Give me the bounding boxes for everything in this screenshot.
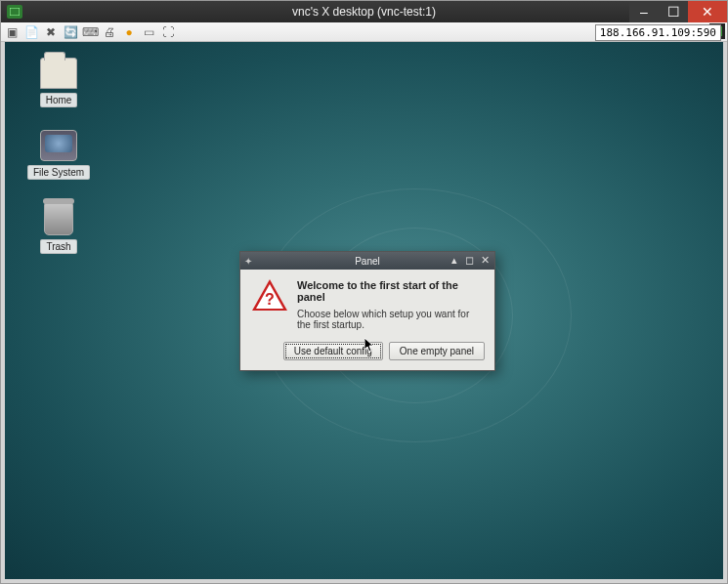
vnc-viewer-window: vnc's X desktop (vnc-test:1) – ☐ ✕ ▣ 📄 ✖… bbox=[0, 0, 728, 584]
question-warning-icon: ? bbox=[252, 279, 287, 314]
options-icon[interactable]: 📄 bbox=[22, 23, 40, 41]
dialog-titlebar[interactable]: ✦ Panel ▴ ◻ ✕ bbox=[240, 252, 494, 270]
remote-desktop[interactable]: Home File System Trash ✦ Panel ▴ ◻ ✕ bbox=[5, 42, 723, 579]
dialog-body: ? Welcome to the first start of the pane… bbox=[240, 270, 494, 336]
folder-icon bbox=[40, 58, 77, 89]
desktop-icon-home[interactable]: Home bbox=[24, 58, 93, 107]
svg-rect-0 bbox=[10, 8, 20, 16]
trash-icon bbox=[44, 202, 73, 235]
dialog-heading: Welcome to the first start of the panel bbox=[297, 279, 483, 303]
drive-icon bbox=[40, 130, 77, 161]
dialog-maximize-button[interactable]: ◻ bbox=[463, 254, 476, 267]
one-empty-panel-button[interactable]: One empty panel bbox=[389, 342, 485, 360]
window-titlebar[interactable]: vnc's X desktop (vnc-test:1) – ☐ ✕ bbox=[1, 1, 727, 22]
clipboard-icon[interactable]: 🖨 bbox=[101, 23, 118, 41]
use-default-config-button[interactable]: Use default config bbox=[283, 342, 383, 360]
dialog-button-row: Use default config One empty panel bbox=[240, 336, 494, 370]
ctrl-alt-del-icon[interactable]: ⌨ bbox=[81, 23, 99, 41]
scale-icon[interactable]: ▭ bbox=[140, 23, 157, 41]
refresh-icon[interactable]: 🔄 bbox=[62, 23, 79, 41]
new-connection-icon[interactable]: ▣ bbox=[3, 23, 21, 41]
dialog-message: Choose below which setup you want for th… bbox=[297, 309, 483, 330]
desktop-icon-trash[interactable]: Trash bbox=[24, 202, 93, 254]
icon-label: File System bbox=[27, 165, 90, 180]
maximize-button[interactable]: ☐ bbox=[659, 1, 688, 22]
icon-label: Trash bbox=[40, 239, 76, 254]
close-button[interactable]: ✕ bbox=[688, 1, 727, 22]
dialog-close-button[interactable]: ✕ bbox=[479, 254, 492, 267]
info-icon[interactable]: ● bbox=[120, 23, 138, 41]
window-control-buttons: – ☐ ✕ bbox=[629, 1, 727, 22]
fullscreen-icon[interactable]: ⛶ bbox=[159, 23, 177, 41]
minimize-button[interactable]: – bbox=[629, 1, 659, 22]
tools-icon[interactable]: ✖ bbox=[42, 23, 60, 41]
connection-address: 188.166.91.109:590 bbox=[595, 24, 721, 41]
dialog-shade-button[interactable]: ▴ bbox=[448, 254, 460, 267]
window-title: vnc's X desktop (vnc-test:1) bbox=[1, 5, 727, 19]
gear-icon: ✦ bbox=[244, 256, 252, 267]
vnc-toolbar: ▣ 📄 ✖ 🔄 ⌨ 🖨 ● ▭ ⛶ 188.166.91.109:590 bbox=[1, 22, 727, 42]
app-icon bbox=[7, 5, 22, 19]
desktop-icon-filesystem[interactable]: File System bbox=[24, 130, 93, 180]
icon-label: Home bbox=[40, 93, 78, 107]
panel-setup-dialog: ✦ Panel ▴ ◻ ✕ ? Welcome to the first sta… bbox=[239, 251, 495, 371]
